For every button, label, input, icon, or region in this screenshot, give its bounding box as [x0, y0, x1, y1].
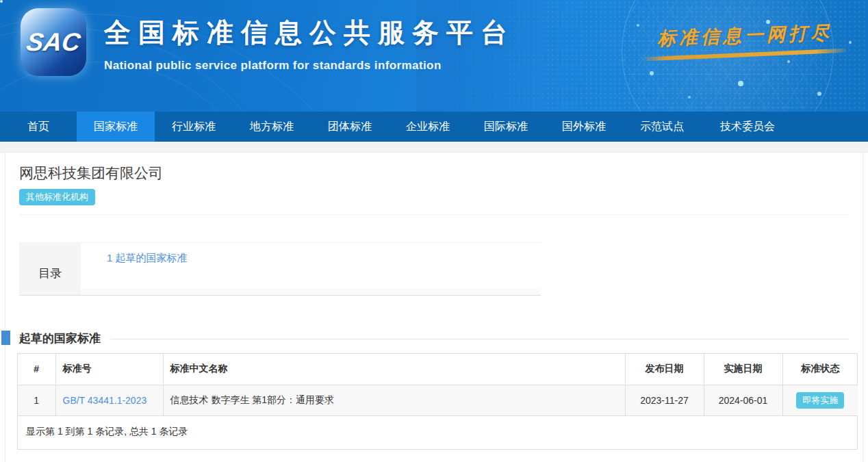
- section-title: 起草的国家标准: [19, 331, 101, 346]
- site-title: 全国标准信息公共服务平台: [104, 14, 515, 51]
- column-header-status: 标准状态: [782, 354, 858, 385]
- cell-publish-date: 2023-11-27: [625, 385, 704, 415]
- sac-logo-text: SAC: [25, 28, 82, 57]
- table-header-row: # 标准号 标准中文名称 发布日期 实施日期 标准状态: [18, 354, 858, 385]
- organization-name: 网思科技集团有限公司: [19, 153, 849, 183]
- column-header-standard-no: 标准号: [55, 354, 163, 385]
- toc-box: 目录 1 起草的国家标准: [19, 242, 541, 296]
- sac-logo[interactable]: SAC: [21, 8, 86, 76]
- column-header-implement-date: 实施日期: [704, 354, 782, 385]
- standard-number-link[interactable]: GB/T 43441.1-2023: [63, 395, 147, 406]
- slogan-text: 标准信息一网打尽: [656, 21, 832, 51]
- nav-item-home[interactable]: 首页: [0, 112, 77, 142]
- nav-item-industry-standards[interactable]: 行业标准: [155, 112, 233, 142]
- status-badge: 即将实施: [796, 392, 844, 409]
- nav-item-technical-committee[interactable]: 技术委员会: [701, 112, 794, 142]
- table-row: 1 GB/T 43441.1-2023 信息技术 数字孪生 第1部分：通用要求 …: [18, 385, 858, 415]
- cell-name-cn: 信息技术 数字孪生 第1部分：通用要求: [163, 385, 625, 415]
- record-count-summary: 显示第 1 到第 1 条记录, 总共 1 条记录: [18, 416, 857, 449]
- standards-table-container: # 标准号 标准中文名称 发布日期 实施日期 标准状态 1 GB/T 43441…: [17, 353, 858, 450]
- toc-link-drafted-standards[interactable]: 1 起草的国家标准: [107, 252, 188, 264]
- toc-body: 1 起草的国家标准: [81, 243, 541, 289]
- nav-item-international-standards[interactable]: 国际标准: [467, 112, 545, 142]
- column-header-index: #: [18, 354, 55, 385]
- nav-item-group-standards[interactable]: 团体标准: [311, 112, 389, 142]
- section-marker: [1, 331, 10, 345]
- cell-implement-date: 2024-06-01: [704, 385, 782, 415]
- main-nav: 首页 国家标准 行业标准 地方标准 团体标准 企业标准 国际标准 国外标准 示范…: [0, 112, 868, 142]
- section-header: 起草的国家标准: [19, 331, 849, 346]
- cell-index: 1: [18, 385, 55, 415]
- cell-standard-no: GB/T 43441.1-2023: [55, 385, 163, 415]
- site-title-block: 全国标准信息公共服务平台 National public service pla…: [104, 14, 515, 73]
- nav-item-enterprise-standards[interactable]: 企业标准: [389, 112, 467, 142]
- site-header: SAC 全国标准信息公共服务平台 National public service…: [0, 0, 868, 112]
- standards-table: # 标准号 标准中文名称 发布日期 实施日期 标准状态 1 GB/T 43441…: [18, 354, 858, 416]
- toc-label: 目录: [19, 243, 81, 295]
- content-divider: [19, 214, 849, 215]
- content-panel: 网思科技集团有限公司 其他标准化机构 目录 1 起草的国家标准 起草的国家标准 …: [5, 153, 863, 462]
- nav-sub-strip: [0, 142, 868, 153]
- cell-status: 即将实施: [782, 385, 858, 415]
- slogan-block: 标准信息一网打尽: [639, 23, 851, 57]
- column-header-publish-date: 发布日期: [625, 354, 704, 385]
- nav-item-local-standards[interactable]: 地方标准: [233, 112, 311, 142]
- sparkle-dots-decoration: [0, 0, 3, 3]
- nav-item-national-standards[interactable]: 国家标准: [77, 112, 155, 142]
- column-header-name-cn: 标准中文名称: [163, 354, 625, 385]
- nav-item-foreign-standards[interactable]: 国外标准: [545, 112, 623, 142]
- nav-item-pilot-demo[interactable]: 示范试点: [623, 112, 701, 142]
- site-subtitle: National public service platform for sta…: [104, 59, 515, 73]
- section-underline: [110, 339, 849, 339]
- organization-type-badge: 其他标准化机构: [19, 189, 95, 205]
